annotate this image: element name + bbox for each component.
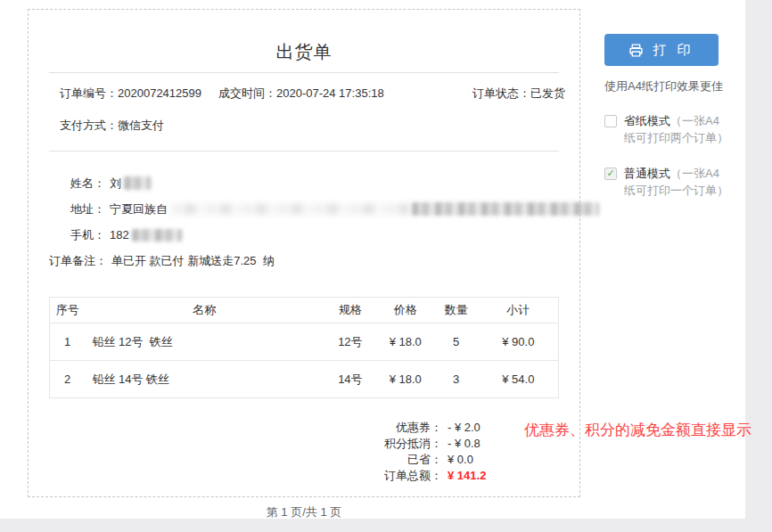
order-info-section: 订单编号：2020072412599 成交时间：2020-07-24 17:35… bbox=[49, 73, 559, 151]
redacted-address-middle bbox=[171, 203, 410, 215]
table-row: 1 铅丝 12号 铁丝 12号 ¥ 18.0 5 ¥ 90.0 bbox=[50, 323, 559, 361]
customer-phone-row: 手机： 182 bbox=[49, 222, 559, 248]
address-label: 地址： bbox=[49, 196, 105, 222]
items-table-header: 序号 名称 规格 价格 数量 小计 bbox=[50, 298, 559, 323]
col-subtotal: 小计 bbox=[479, 298, 559, 323]
col-name: 名称 bbox=[85, 298, 324, 323]
table-row: 2 铅丝 14号 铁丝 14号 ¥ 18.0 3 ¥ 54.0 bbox=[50, 361, 559, 398]
option-name: 省纸模式 bbox=[624, 114, 670, 127]
shipping-order-paper: 出货单 订单编号：2020072412599 成交时间：2020-07-24 1… bbox=[28, 9, 580, 497]
points-offset-label: 积分抵消： bbox=[384, 436, 442, 452]
cell-name: 铅丝 14号 铁丝 bbox=[85, 361, 324, 398]
points-offset-row: 积分抵消： - ¥ 0.8 bbox=[49, 436, 503, 452]
print-button[interactable]: 打 印 bbox=[604, 34, 719, 66]
checkbox-normal-mode[interactable]: ✓ bbox=[604, 168, 617, 180]
checkbox-paper-saving-mode[interactable] bbox=[604, 115, 617, 127]
cell-name: 铅丝 12号 铁丝 bbox=[85, 323, 324, 361]
coupon-value: - ¥ 2.0 bbox=[442, 420, 503, 436]
remark-label: 订单备注： bbox=[49, 248, 107, 274]
totals-section: 优惠券： - ¥ 2.0 积分抵消： - ¥ 0.8 已省： ¥ 0.0 订单总… bbox=[49, 420, 503, 484]
coupon-row: 优惠券： - ¥ 2.0 bbox=[49, 420, 503, 436]
cell-subtotal: ¥ 54.0 bbox=[479, 361, 559, 398]
print-options-sidebar: 打 印 使用A4纸打印效果更佳 省纸模式（一张A4纸可打印两个订单） ✓ 普通模… bbox=[604, 34, 729, 199]
print-mode-option-paper-saving[interactable]: 省纸模式（一张A4纸可打印两个订单） bbox=[604, 113, 729, 147]
order-remark-row: 订单备注： 单已开 款已付 新城送走7.25 纳 bbox=[49, 248, 559, 274]
cell-spec: 12号 bbox=[324, 323, 377, 361]
order-total-row: 订单总额： ¥ 141.2 bbox=[49, 468, 503, 484]
coupon-label: 优惠券： bbox=[396, 420, 442, 436]
customer-name-row: 姓名： 刘 bbox=[49, 170, 559, 196]
col-index: 序号 bbox=[50, 298, 86, 323]
order-remark: 单已开 款已付 新城送走7.25 纳 bbox=[107, 248, 275, 274]
customer-section: 姓名： 刘 地址： 宁夏回族自 手机： 182 订单备注： 单已开 款已付 新城… bbox=[49, 170, 559, 274]
customer-phone: 182 bbox=[105, 222, 182, 248]
items-table: 序号 名称 规格 价格 数量 小计 1 铅丝 12号 铁丝 12号 ¥ 18.0… bbox=[49, 297, 559, 398]
redacted-address-end bbox=[412, 202, 599, 216]
customer-name: 刘 bbox=[105, 170, 151, 196]
cell-spec: 14号 bbox=[324, 361, 377, 398]
order-info-row: 订单编号：2020072412599 成交时间：2020-07-24 17:35… bbox=[60, 86, 548, 102]
redacted-phone bbox=[132, 229, 182, 241]
cell-qty: 5 bbox=[434, 323, 479, 361]
cell-subtotal: ¥ 90.0 bbox=[479, 323, 559, 361]
saved-value: ¥ 0.0 bbox=[442, 452, 503, 468]
order-number: 订单编号：2020072412599 bbox=[60, 86, 218, 102]
cell-index: 2 bbox=[50, 361, 86, 398]
cell-price: ¥ 18.0 bbox=[377, 361, 434, 398]
section-divider bbox=[49, 151, 559, 151]
redacted-name bbox=[124, 176, 151, 190]
points-offset-value: - ¥ 0.8 bbox=[442, 436, 503, 452]
page-title: 出货单 bbox=[49, 10, 559, 64]
payment-row: 支付方式：微信支付 bbox=[60, 118, 548, 134]
printer-icon bbox=[628, 43, 644, 58]
name-label: 姓名： bbox=[49, 170, 105, 196]
col-price: 价格 bbox=[377, 298, 434, 323]
option-name: 普通模式 bbox=[624, 167, 670, 180]
page-indicator: 第 1 页/共 1 页 bbox=[49, 504, 559, 520]
cell-index: 1 bbox=[50, 323, 86, 361]
customer-address-row: 地址： 宁夏回族自 bbox=[49, 196, 559, 222]
order-total-label: 订单总额： bbox=[384, 468, 442, 484]
print-button-label: 打 印 bbox=[653, 42, 694, 59]
customer-address: 宁夏回族自 bbox=[105, 196, 599, 222]
phone-label: 手机： bbox=[49, 222, 105, 248]
check-icon: ✓ bbox=[606, 168, 614, 178]
print-tip: 使用A4纸打印效果更佳 bbox=[604, 78, 729, 94]
saved-row: 已省： ¥ 0.0 bbox=[49, 452, 503, 468]
col-qty: 数量 bbox=[434, 298, 479, 323]
review-annotation: 优惠券、积分的减免金额直接显示 bbox=[524, 422, 772, 439]
saved-label: 已省： bbox=[407, 452, 442, 468]
print-mode-option-normal[interactable]: ✓ 普通模式（一张A4纸可打印一个订单） bbox=[604, 166, 729, 200]
order-status: 订单状态：已发货 bbox=[472, 86, 565, 102]
print-preview-panel: 出货单 订单编号：2020072412599 成交时间：2020-07-24 1… bbox=[0, 0, 745, 519]
cell-qty: 3 bbox=[434, 361, 479, 398]
deal-time: 成交时间：2020-07-24 17:35:18 bbox=[218, 86, 472, 102]
payment-method: 支付方式：微信支付 bbox=[60, 118, 164, 134]
order-total-value: ¥ 141.2 bbox=[442, 468, 503, 484]
cell-price: ¥ 18.0 bbox=[377, 323, 434, 361]
col-spec: 规格 bbox=[324, 298, 377, 323]
